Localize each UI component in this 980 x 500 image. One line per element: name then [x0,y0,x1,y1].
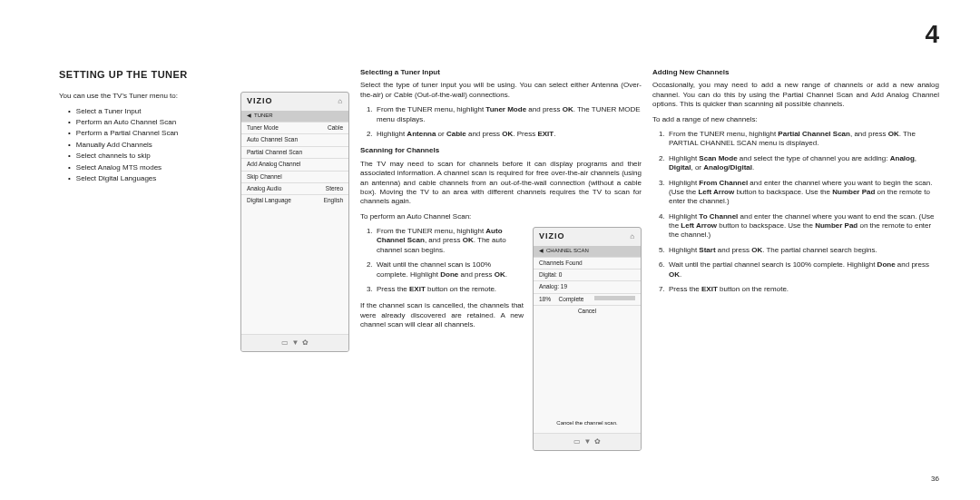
list-item: Highlight Start and press OK. The partia… [667,246,939,255]
body-text: Select the type of tuner input you will … [360,81,642,100]
list-item: Highlight Scan Mode and select the type … [667,154,939,173]
list-item: Perform a Partial Channel Scan [68,129,231,138]
chevron-down-icon: ▼ [584,437,592,446]
intro-bullets: Select a Tuner Input Perform an Auto Cha… [59,107,231,184]
gear-icon: ✿ [302,338,309,348]
menu-row-value: Cable [328,124,343,132]
home-icon: ⌂ [630,232,635,241]
menu-title: CHANNEL SCAN [546,248,589,255]
page-content: SETTING UP THE TUNER You can use the TV'… [59,68,939,451]
home-icon: ⌂ [338,97,343,106]
list-item: Select a Tuner Input [68,107,231,116]
menu-row-label: Tuner Mode [247,124,279,132]
back-arrow-icon: ◀ [539,248,544,255]
wide-icon: ▭ [573,437,581,446]
body-text: If the channel scan is cancelled, the ch… [360,301,524,329]
subheading: Scanning for Channels [360,146,642,155]
intro-text: You can use the TV's Tuner menu to: [59,92,231,101]
list-item: From the TUNER menu, highlight Partial C… [667,130,939,149]
menu-row-label: Skip Channel [247,173,282,181]
chevron-down-icon: ▼ [292,338,299,348]
section-title: SETTING UP THE TUNER [59,68,349,81]
body-text: To perform an Auto Channel Scan: [360,212,642,221]
list-item: Perform an Auto Channel Scan [68,118,231,127]
list-item: Highlight Antenna or Cable and press OK.… [375,130,642,139]
progress-bar [594,296,635,300]
list-item: Wait until the partial channel search is… [667,260,939,279]
menu-row-value: English [324,197,343,204]
channel-scan-menu-screenshot: VIZIO ⌂ ◀ CHANNEL SCAN Channels Found Di… [533,227,642,451]
gear-icon: ✿ [594,437,601,446]
menu-title: TUNER [254,113,273,120]
cancel-note: Cancel the channel scan. [534,417,641,433]
menu-row-label: Channels Found [539,260,583,267]
cancel-label: Cancel [578,308,596,315]
tuner-menu-screenshot: VIZIO ⌂ ◀ TUNER Tuner ModeCable Auto Cha… [240,92,349,352]
subheading: Selecting a Tuner Input [360,68,642,77]
back-arrow-icon: ◀ [247,113,251,120]
subheading: Adding New Channels [652,68,939,77]
body-text: To add a range of new channels: [652,115,939,124]
list-item: Highlight From Channel and enter the cha… [667,179,939,207]
menu-footer-icons: ▭ ▼ ✿ [241,334,348,351]
menu-row-label: Analog: 19 [539,283,567,290]
list-item: Wait until the channel scan is 100% comp… [375,260,524,279]
menu-row-label: Auto Channel Scan [247,136,298,143]
list-item: Press the EXIT button on the remote. [375,285,524,294]
progress-percent: 18% [539,296,551,303]
menu-row-label: Digital Language [247,197,291,204]
menu-brand: VIZIO [247,96,273,107]
list-item: Select Digital Languages [68,174,231,183]
menu-row-label: Digital: 0 [539,271,562,279]
page-number: 36 [931,475,939,484]
menu-footer-icons: ▭ ▼ ✿ [534,433,641,450]
list-item: Select Analog MTS modes [68,163,231,172]
list-item: Highlight To Channel and enter the chann… [667,212,939,240]
column-2: Selecting a Tuner Input Select the type … [360,68,642,451]
list-item: From the TUNER menu, highlight Auto Chan… [375,227,524,255]
list-item: Press the EXIT button on the remote. [667,285,939,294]
body-text: Occasionally, you may need to add a new … [652,81,939,109]
list-item: Manually Add Channels [68,141,231,150]
column-3: Adding New Channels Occasionally, you ma… [652,68,939,451]
body-text: The TV may need to scan for channels bef… [360,160,642,207]
menu-row-label: Analog Audio [247,185,281,192]
menu-row-value: Stereo [326,185,343,192]
column-1: SETTING UP THE TUNER You can use the TV'… [59,68,349,451]
list-item: Select channels to skip [68,152,231,161]
chapter-number: 4 [925,18,939,51]
menu-brand: VIZIO [539,231,565,242]
progress-text: Complete [559,296,584,303]
menu-row-label: Partial Channel Scan [247,149,302,156]
list-item: From the TUNER menu, highlight Tuner Mod… [375,105,642,124]
menu-row-label: Add Analog Channel [247,161,300,168]
wide-icon: ▭ [281,338,289,348]
